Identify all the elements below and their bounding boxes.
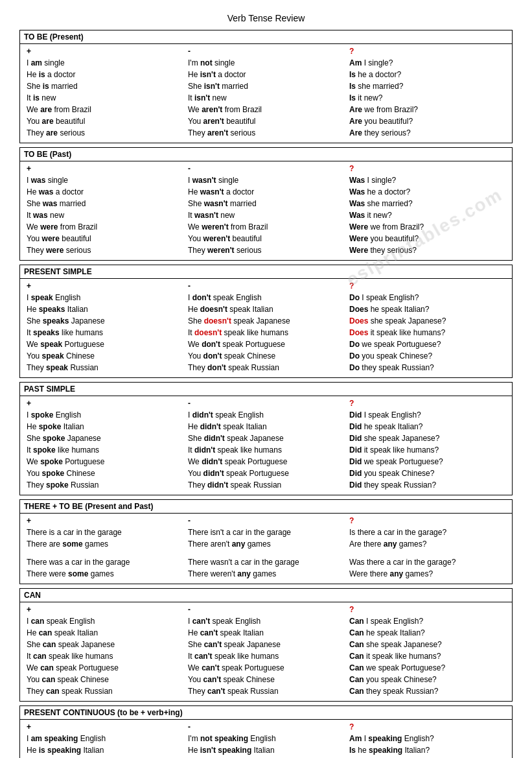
col-header-negative-to-be-present: - <box>188 47 344 56</box>
col-question-there-to-be: ?Is there a car in the garage?Are there … <box>347 515 508 581</box>
col-header-question-to-be-present: ? <box>349 47 505 56</box>
col-positive-to-be-present: +I am singleHe is a doctorShe is married… <box>24 45 185 140</box>
list-item: You are beautiful <box>27 115 183 127</box>
col-question-present-simple: ?Do I speak English?Does he speak Italia… <box>347 280 508 375</box>
list-item: She doesn't speak Japanese <box>188 315 344 327</box>
section-title-there-to-be: THERE + TO BE (Present and Past) <box>20 500 512 514</box>
list-item: Were we from Brazil? <box>349 221 505 233</box>
list-item: Did I speak English? <box>349 409 505 421</box>
list-item: Can it speak like humans? <box>349 650 505 662</box>
col-positive-there-to-be: +There is a car in the garageThere are s… <box>24 515 185 581</box>
col-header-positive-there-to-be: + <box>27 516 183 525</box>
list-item: It was new <box>27 209 183 221</box>
list-item: I spoke English <box>27 409 183 421</box>
list-item: It speaks like humans <box>27 327 183 338</box>
list-item: We spoke Portuguese <box>27 456 183 468</box>
list-item: Do we speak Portuguese? <box>349 338 505 350</box>
list-item: Were you beautiful? <box>349 233 505 244</box>
list-item: Did he speak Italian? <box>349 421 505 432</box>
list-item: There is a car in the garage <box>27 527 183 538</box>
list-item: Do I speak English? <box>349 292 505 303</box>
list-item: Does he speak Italian? <box>349 303 505 315</box>
col-negative-past-simple: -I didn't speak EnglishHe didn't speak I… <box>185 397 347 492</box>
col-negative-to-be-present: -I'm not singleHe isn't a doctorShe isn'… <box>185 45 347 140</box>
list-item: He can't speak Italian <box>188 627 344 639</box>
col-negative-present-simple: -I don't speak EnglishHe doesn't speak I… <box>185 280 347 375</box>
list-item: It wasn't new <box>188 209 344 221</box>
list-item: She can't speak Japanese <box>188 639 344 650</box>
list-item: We are from Brazil <box>27 104 183 115</box>
list-item: Can I speak English? <box>349 615 505 627</box>
section-title-past-simple: PAST SIMPLE <box>20 383 512 396</box>
section-present-continuous: PRESENT CONTINUOUS (to be + verb+ing)+I … <box>19 705 513 758</box>
list-item: You weren't beautiful <box>188 233 344 244</box>
list-item: She spoke Japanese <box>27 432 183 444</box>
list-item: He isn't a doctor <box>188 69 344 80</box>
col-header-question-present-simple: ? <box>349 281 505 290</box>
section-title-to-be-past: TO BE (Past) <box>20 148 512 161</box>
list-item: Is there a car in the garage? <box>349 527 505 538</box>
list-item: Do you speak Chinese? <box>349 350 505 362</box>
list-item: I am single <box>27 57 183 69</box>
list-item: There wasn't a car in the garage <box>188 556 344 568</box>
col-positive-to-be-past: +I was singleHe was a doctorShe was marr… <box>24 163 185 257</box>
list-item: We didn't speak Portuguese <box>188 456 344 468</box>
col-header-question-there-to-be: ? <box>349 516 505 525</box>
list-item: Can we speak Portuguese? <box>349 662 505 674</box>
list-item <box>188 550 344 556</box>
list-item: Does it speak like humans? <box>349 327 505 338</box>
section-body-past-simple: +I spoke EnglishHe spoke ItalianShe spok… <box>20 396 512 495</box>
section-body-to-be-past: +I was singleHe was a doctorShe was marr… <box>20 161 512 260</box>
list-item: We speak Portuguese <box>27 338 183 350</box>
list-item: Did she speak Japanese? <box>349 432 505 444</box>
list-item: It doesn't speak like humans <box>188 327 344 338</box>
list-item: He wasn't a doctor <box>188 186 344 198</box>
list-item: You don't speak Chinese <box>188 350 344 362</box>
list-item: She isn't speaking Japanese <box>188 756 344 758</box>
list-item: Do they speak Russian? <box>349 362 505 373</box>
list-item: Did you speak Chinese? <box>349 468 505 479</box>
col-header-positive-to-be-past: + <box>27 164 183 173</box>
list-item: She didn't speak Japanese <box>188 432 344 444</box>
list-item: They are serious <box>27 127 183 139</box>
list-item: Am I speaking English? <box>349 733 505 744</box>
list-item: I speak English <box>27 292 183 303</box>
list-item: It can't speak like humans <box>188 650 344 662</box>
list-item: Did it speak like humans? <box>349 444 505 456</box>
list-item: Can he speak Italian? <box>349 627 505 639</box>
list-item: We can speak Portuguese <box>27 662 183 674</box>
col-header-positive-past-simple: + <box>27 399 183 408</box>
section-title-can: CAN <box>20 589 512 602</box>
col-header-negative-there-to-be: - <box>188 516 344 525</box>
col-header-negative-to-be-past: - <box>188 164 344 173</box>
col-positive-present-continuous: +I am speaking EnglishHe is speaking Ita… <box>24 721 185 758</box>
col-question-present-continuous: ?Am I speaking English?Is he speaking It… <box>347 721 508 758</box>
list-item: Is she married? <box>349 80 505 92</box>
list-item <box>27 550 183 556</box>
list-item: He doesn't speak Italian <box>188 303 344 315</box>
list-item: You were beautiful <box>27 233 183 244</box>
col-negative-to-be-past: -I wasn't singleHe wasn't a doctorShe wa… <box>185 163 347 257</box>
list-item: Is it new? <box>349 92 505 104</box>
list-item: I wasn't single <box>188 174 344 186</box>
list-item: There are some games <box>27 538 183 550</box>
list-item: He is a doctor <box>27 69 183 80</box>
list-item: Was I single? <box>349 174 505 186</box>
list-item: He speaks Italian <box>27 303 183 315</box>
col-negative-there-to-be: -There isn't a car in the garageThere ar… <box>185 515 347 581</box>
list-item <box>349 550 505 556</box>
col-positive-past-simple: +I spoke EnglishHe spoke ItalianShe spok… <box>24 397 185 492</box>
list-item: Am I single? <box>349 57 505 69</box>
col-negative-can: -I can't speak EnglishHe can't speak Ita… <box>185 604 347 698</box>
list-item: We can't speak Portuguese <box>188 662 344 674</box>
list-item: It can speak like humans <box>27 650 183 662</box>
list-item: I can't speak English <box>188 615 344 627</box>
list-item: They can't speak Russian <box>188 685 344 697</box>
list-item: Is he a doctor? <box>349 69 505 80</box>
section-body-can: +I can speak EnglishHe can speak Italian… <box>20 602 512 701</box>
col-positive-can: +I can speak EnglishHe can speak Italian… <box>24 604 185 698</box>
section-title-to-be-present: TO BE (Present) <box>20 30 512 44</box>
col-header-negative-can: - <box>188 605 344 614</box>
col-header-positive-can: + <box>27 605 183 614</box>
list-item: He is speaking Italian <box>27 744 183 756</box>
